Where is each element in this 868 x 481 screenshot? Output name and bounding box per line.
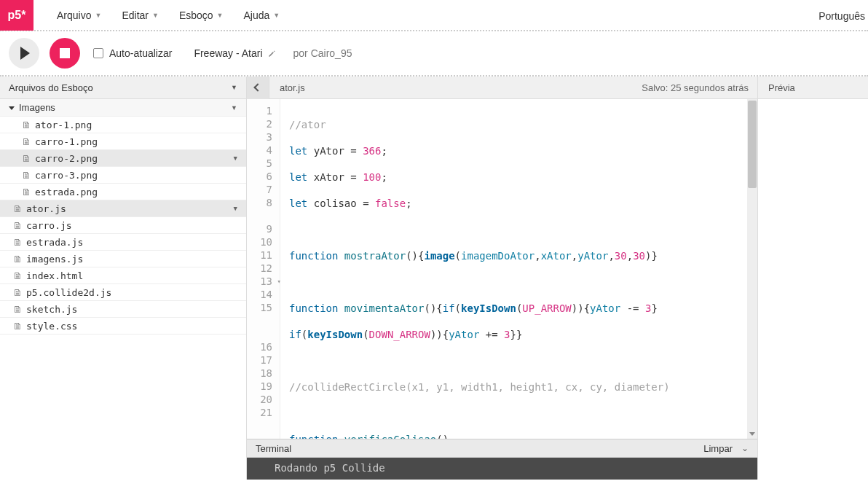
file-ator1-png[interactable]: 🗎ator-1.png	[0, 117, 246, 133]
menu-esboco[interactable]: Esboço▼	[169, 9, 234, 21]
pencil-icon	[268, 50, 276, 58]
auto-update-label: Auto-atualizar	[109, 47, 172, 59]
file-icon: 🗎	[13, 304, 21, 315]
chevron-down-icon: ▼	[273, 12, 280, 19]
chevron-down-icon[interactable]: ▼	[234, 205, 237, 212]
chevron-down-icon: ▼	[95, 12, 101, 19]
vertical-scrollbar[interactable]	[747, 99, 757, 439]
auto-update-toggle[interactable]: Auto-atualizar	[93, 47, 172, 59]
language-selector[interactable]: Português	[818, 0, 868, 31]
stop-button[interactable]	[50, 38, 80, 69]
file-sketch-js[interactable]: 🗎sketch.js	[0, 301, 246, 318]
scroll-thumb[interactable]	[748, 101, 757, 188]
saved-status: Salvo: 25 segundos atrás	[642, 82, 749, 93]
checkbox-icon[interactable]	[93, 48, 103, 58]
file-icon: 🗎	[22, 170, 30, 181]
menu-editar[interactable]: Editar▼	[111, 9, 169, 21]
file-icon: 🗎	[13, 270, 21, 281]
file-carro-js[interactable]: 🗎carro.js	[0, 217, 246, 234]
code-editor[interactable]: 12345678910111213▾1415161718192021 //ato…	[247, 99, 757, 439]
chevron-down-icon[interactable]: ▼	[234, 155, 237, 162]
chevron-down-icon: ▼	[152, 12, 159, 19]
menu-arquivo[interactable]: Arquivo▼	[47, 9, 111, 21]
file-icon: 🗎	[13, 321, 21, 332]
terminal-output: Rodando p5 Collide	[247, 458, 757, 480]
file-icon: 🗎	[22, 136, 30, 147]
file-imagens-js[interactable]: 🗎imagens.js	[0, 251, 246, 267]
terminal-label: Terminal	[256, 443, 291, 454]
clear-button[interactable]: Limpar	[703, 443, 733, 454]
folder-imagens[interactable]: Imagens ▼	[0, 99, 246, 117]
chevron-down-icon[interactable]: ▼	[231, 104, 237, 112]
folder-open-icon	[9, 106, 15, 110]
sidebar: Arquivos do Esboço ▼ Imagens ▼ 🗎ator-1.p…	[0, 77, 247, 480]
chevron-down-icon: ▼	[217, 12, 224, 19]
chevron-down-icon[interactable]: ⌄	[741, 443, 749, 453]
file-style-css[interactable]: 🗎style.css	[0, 318, 246, 335]
file-estrada-png[interactable]: 🗎estrada.png	[0, 184, 246, 200]
file-carro2-png[interactable]: 🗎carro-2.png▼	[0, 150, 246, 167]
file-icon: 🗎	[13, 220, 21, 231]
scroll-down-arrow[interactable]	[747, 429, 757, 439]
editor-header: ator.js Salvo: 25 segundos atrás	[247, 77, 757, 99]
sidebar-header[interactable]: Arquivos do Esboço ▼	[0, 77, 246, 99]
logo[interactable]: p5*	[0, 0, 33, 31]
file-icon: 🗎	[13, 287, 21, 298]
file-estrada-js[interactable]: 🗎estrada.js	[0, 234, 246, 251]
file-icon: 🗎	[13, 254, 21, 265]
file-carro1-png[interactable]: 🗎carro-1.png	[0, 133, 246, 150]
stop-icon	[60, 48, 70, 58]
preview-panel: Prévia	[757, 77, 868, 480]
file-icon: 🗎	[13, 203, 21, 214]
file-ator-js[interactable]: 🗎ator.js▼	[0, 200, 246, 217]
file-carro3-png[interactable]: 🗎carro-3.png	[0, 167, 246, 184]
line-numbers: 12345678910111213▾1415161718192021	[247, 99, 280, 439]
file-icon: 🗎	[13, 237, 21, 248]
author-label: por Cairo_95	[293, 47, 352, 59]
file-icon: 🗎	[22, 187, 30, 198]
current-file-label: ator.js	[269, 82, 305, 93]
terminal-header: Terminal Limpar ⌄	[247, 439, 757, 458]
menu-ajuda[interactable]: Ajuda▼	[234, 9, 291, 21]
play-icon	[20, 47, 30, 60]
file-p5collide-js[interactable]: 🗎p5.collide2d.js	[0, 284, 246, 301]
menu-bar: Arquivo▼ Editar▼ Esboço▼ Ajuda▼	[33, 9, 290, 21]
code-content[interactable]: //ator let yAtor = 366; let xAtor = 100;…	[280, 99, 757, 439]
preview-header: Prévia	[758, 77, 868, 99]
collapse-sidebar-button[interactable]	[247, 77, 269, 99]
chevron-left-icon	[253, 83, 261, 91]
file-icon: 🗎	[22, 120, 30, 130]
file-index-html[interactable]: 🗎index.html	[0, 267, 246, 284]
play-button[interactable]	[9, 38, 39, 69]
file-icon: 🗎	[22, 153, 30, 164]
chevron-down-icon[interactable]: ▼	[231, 84, 237, 91]
sketch-name[interactable]: Freeway - Atari	[194, 47, 275, 59]
